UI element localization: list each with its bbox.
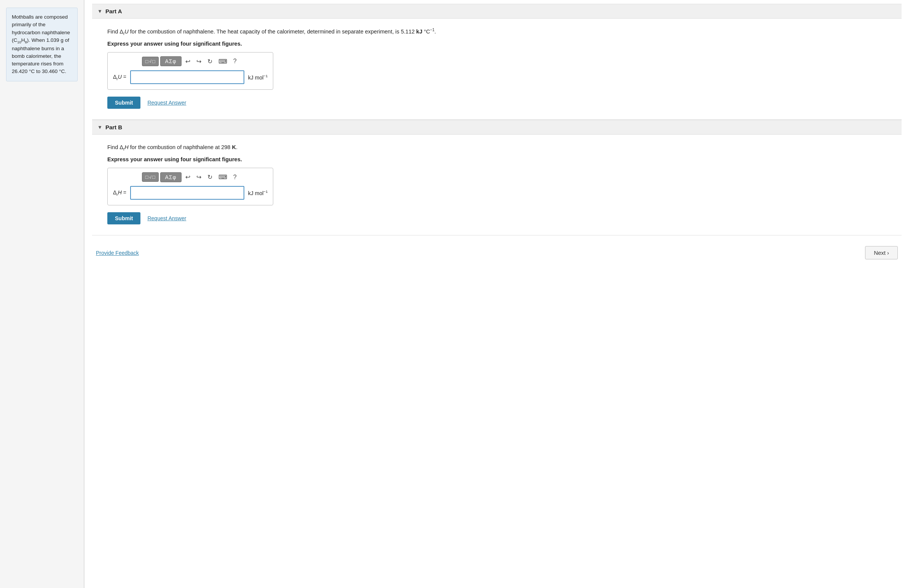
part-b-answer-label: ΔrH = <box>113 189 126 197</box>
part-a-section: ▼ Part A Find ΔrU for the combustion of … <box>92 4 902 120</box>
part-b-express-label: Express your answer using four significa… <box>107 156 886 162</box>
part-b-toolbar: □√□ AΣφ ↩ ↪ ↻ ⌨ ? <box>113 172 267 182</box>
main-content: ▼ Part A Find ΔrU for the combustion of … <box>84 0 913 588</box>
part-a-submit-button[interactable]: Submit <box>107 97 141 109</box>
part-b-math-btn[interactable]: □√□ <box>142 172 159 182</box>
part-a-answer-unit: kJ mol−1 <box>248 74 268 81</box>
part-b-answer-unit: kJ mol−1 <box>248 189 268 196</box>
part-a-answer-row: ΔrU = kJ mol−1 <box>113 70 267 84</box>
part-b-answer-input[interactable] <box>130 186 244 200</box>
part-b-section: ▼ Part B Find ΔrH for the combustion of … <box>92 120 902 236</box>
sidebar-description-box: Mothballs are composed primarily of the … <box>6 8 78 81</box>
part-a-action-row: Submit Request Answer <box>107 97 886 109</box>
part-b-request-answer-link[interactable]: Request Answer <box>147 215 186 221</box>
part-a-answer-input[interactable] <box>130 70 244 84</box>
part-a-undo-btn[interactable]: ↩ <box>183 56 193 66</box>
part-b-refresh-btn[interactable]: ↻ <box>205 172 215 182</box>
part-b-problem-text: Find ΔrH for the combustion of naphthale… <box>107 143 886 152</box>
part-b-symbol-btn[interactable]: AΣφ <box>160 172 181 182</box>
part-a-answer-label: ΔrU = <box>113 74 126 81</box>
part-b-body: Find ΔrH for the combustion of naphthale… <box>92 135 902 236</box>
sidebar: Mothballs are composed primarily of the … <box>0 0 84 588</box>
provide-feedback-link[interactable]: Provide Feedback <box>96 250 139 256</box>
sidebar-text: Mothballs are composed primarily of the … <box>12 14 70 74</box>
part-b-collapse-icon[interactable]: ▼ <box>97 124 102 130</box>
part-b-input-area: □√□ AΣφ ↩ ↪ ↻ ⌨ ? ΔrH = kJ mol−1 <box>107 168 273 205</box>
part-a-express-label: Express your answer using four significa… <box>107 41 886 47</box>
part-a-redo-btn[interactable]: ↪ <box>194 56 204 66</box>
part-a-title: Part A <box>105 8 122 15</box>
part-a-symbol-btn[interactable]: AΣφ <box>160 56 181 66</box>
part-b-redo-btn[interactable]: ↪ <box>194 172 204 182</box>
part-b-submit-button[interactable]: Submit <box>107 212 141 225</box>
part-a-help-btn[interactable]: ? <box>231 56 239 66</box>
part-b-answer-row: ΔrH = kJ mol−1 <box>113 186 267 200</box>
part-a-problem-text: Find ΔrU for the combustion of naphthale… <box>107 27 886 37</box>
part-a-header: ▼ Part A <box>92 4 902 19</box>
footer-row: Provide Feedback Next › <box>92 236 902 259</box>
next-button[interactable]: Next › <box>865 246 898 259</box>
part-a-refresh-btn[interactable]: ↻ <box>205 56 215 66</box>
part-b-undo-btn[interactable]: ↩ <box>183 172 193 182</box>
part-a-toolbar: □√□ AΣφ ↩ ↪ ↻ ⌨ ? <box>113 56 267 66</box>
part-a-body: Find ΔrU for the combustion of naphthale… <box>92 19 902 120</box>
part-a-keyboard-btn[interactable]: ⌨ <box>216 56 230 66</box>
part-b-action-row: Submit Request Answer <box>107 212 886 225</box>
part-b-keyboard-btn[interactable]: ⌨ <box>216 172 230 182</box>
part-a-collapse-icon[interactable]: ▼ <box>97 8 102 14</box>
next-chevron-icon: › <box>887 249 889 256</box>
next-button-label: Next <box>874 249 885 256</box>
part-a-request-answer-link[interactable]: Request Answer <box>147 100 186 106</box>
part-b-header: ▼ Part B <box>92 120 902 135</box>
part-b-title: Part B <box>105 124 122 131</box>
part-b-help-btn[interactable]: ? <box>231 172 239 182</box>
part-a-math-btn[interactable]: □√□ <box>142 57 159 66</box>
part-a-input-area: □√□ AΣφ ↩ ↪ ↻ ⌨ ? ΔrU = kJ mol−1 <box>107 52 273 90</box>
